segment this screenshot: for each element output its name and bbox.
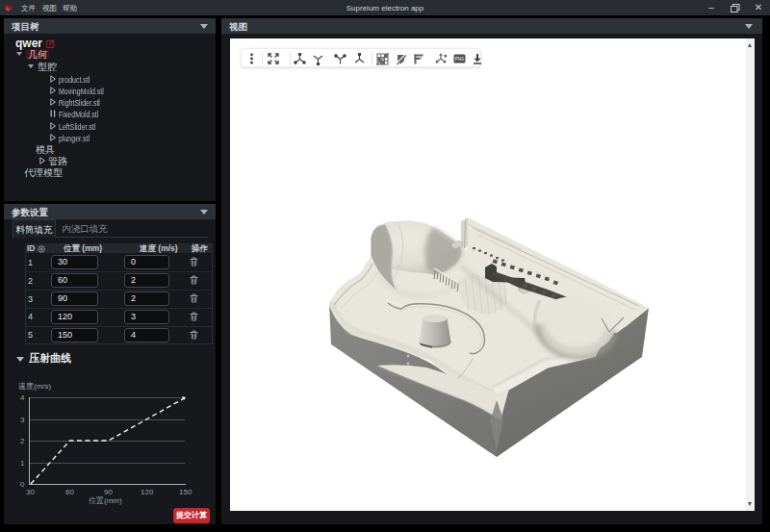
svg-text:PNG: PNG	[455, 57, 465, 62]
